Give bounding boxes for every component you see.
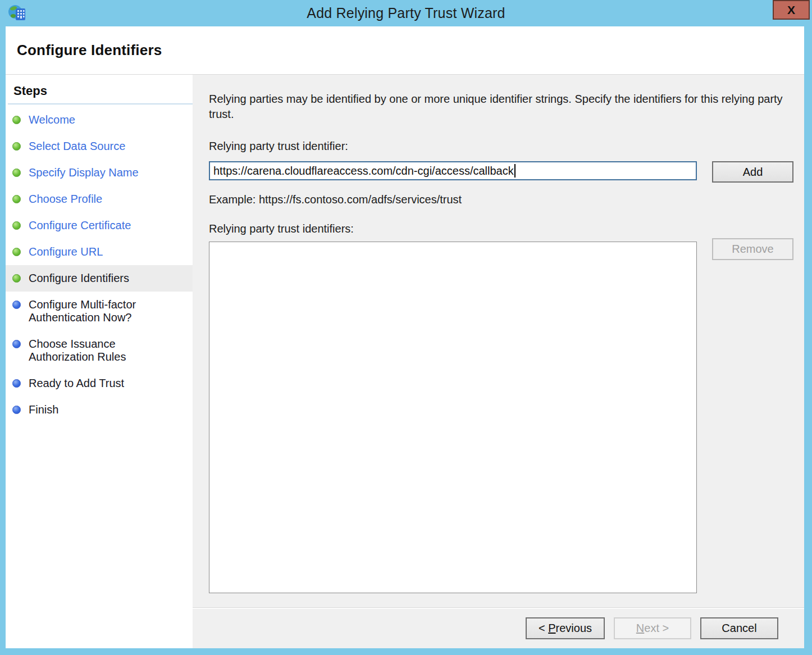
window-body: Configure Identifiers Steps Welcome Sele… xyxy=(6,26,804,648)
identifiers-listbox[interactable] xyxy=(209,242,697,593)
titlebar: Add Relying Party Trust Wizard X xyxy=(0,0,812,26)
adfs-app-icon xyxy=(7,3,28,24)
step-done-bullet-icon xyxy=(12,142,21,151)
identifier-input[interactable]: https://carena.cloudflareaccess.com/cdn-… xyxy=(209,161,697,180)
step-choose-profile[interactable]: Choose Profile xyxy=(6,186,193,212)
identifier-input-value: https://carena.cloudflareaccess.com/cdn-… xyxy=(213,165,514,178)
example-text: Example: https://fs.contoso.com/adfs/ser… xyxy=(209,193,804,206)
step-done-bullet-icon xyxy=(12,169,21,177)
steps-list: Welcome Select Data Source Specify Displ… xyxy=(6,107,193,423)
wizard-footer: < Previous Next > Cancel xyxy=(193,607,804,648)
step-done-bullet-icon xyxy=(12,248,21,256)
add-button[interactable]: Add xyxy=(712,161,793,183)
identifiers-list-label: Relying party trust identifiers: xyxy=(209,222,804,235)
steps-heading: Steps xyxy=(13,84,193,98)
steps-sidebar: Steps Welcome Select Data Source Specify… xyxy=(6,75,193,648)
step-select-data-source[interactable]: Select Data Source xyxy=(6,133,193,160)
identifier-field-label: Relying party trust identifier: xyxy=(209,140,804,153)
step-configure-identifiers: Configure Identifiers xyxy=(6,265,193,292)
step-done-bullet-icon xyxy=(12,116,21,124)
page-header: Configure Identifiers xyxy=(6,26,804,75)
wizard-window: Add Relying Party Trust Wizard X Configu… xyxy=(0,0,812,655)
step-pending-bullet-icon xyxy=(12,406,21,414)
text-caret xyxy=(514,164,516,178)
page-title: Configure Identifiers xyxy=(17,42,162,59)
step-pending-bullet-icon xyxy=(12,379,21,388)
cancel-button[interactable]: Cancel xyxy=(700,617,778,639)
main-pane: Relying parties may be identified by one… xyxy=(193,75,804,648)
window-title: Add Relying Party Trust Wizard xyxy=(0,5,812,21)
steps-separator xyxy=(8,103,193,104)
step-finish: Finish xyxy=(6,397,193,423)
intro-text: Relying parties may be identified by one… xyxy=(209,92,784,122)
step-done-bullet-icon xyxy=(12,195,21,203)
step-welcome[interactable]: Welcome xyxy=(6,107,193,133)
step-configure-certificate[interactable]: Configure Certificate xyxy=(6,212,193,239)
remove-button[interactable]: Remove xyxy=(712,238,793,260)
step-done-bullet-icon xyxy=(12,274,21,283)
step-pending-bullet-icon xyxy=(12,301,21,309)
step-configure-mfa: Configure Multi-factor Authentication No… xyxy=(6,292,193,331)
step-pending-bullet-icon xyxy=(12,340,21,348)
close-button[interactable]: X xyxy=(773,0,810,20)
step-choose-issuance-rules: Choose Issuance Authorization Rules xyxy=(6,331,193,370)
step-ready-to-add-trust: Ready to Add Trust xyxy=(6,370,193,397)
step-done-bullet-icon xyxy=(12,221,21,230)
step-specify-display-name[interactable]: Specify Display Name xyxy=(6,160,193,186)
step-configure-url[interactable]: Configure URL xyxy=(6,239,193,265)
next-button[interactable]: Next > xyxy=(614,617,691,639)
previous-button[interactable]: < Previous xyxy=(526,617,605,639)
